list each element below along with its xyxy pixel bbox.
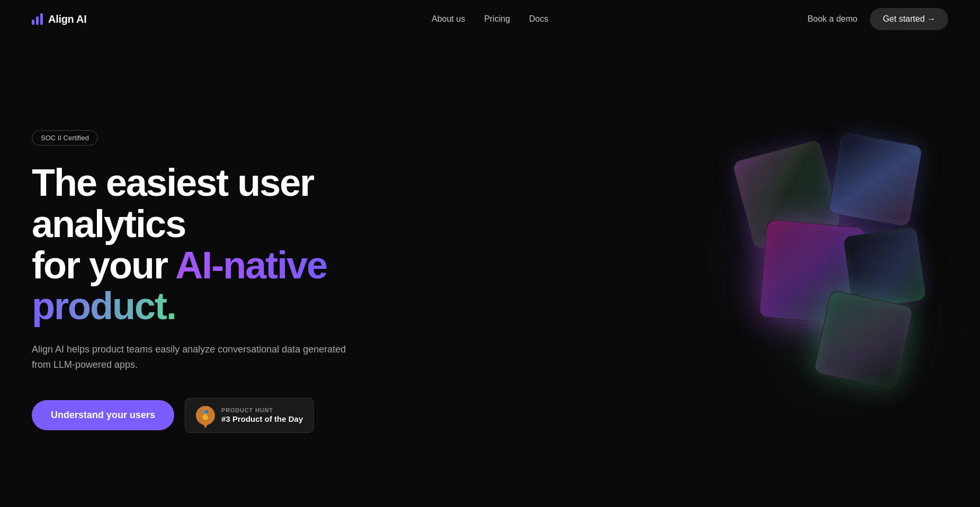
understand-users-button[interactable]: Understand your users: [32, 400, 174, 430]
nav-link-about[interactable]: About us: [431, 14, 465, 24]
nav-links: About us Pricing Docs: [431, 14, 549, 24]
product-hunt-label: PRODUCT HUNT: [221, 407, 303, 413]
product-hunt-medal-icon: 🏅: [196, 406, 215, 425]
hero-subtitle: Align AI helps product teams easily anal…: [32, 342, 349, 373]
hero-title-line2-plain: for your: [32, 244, 175, 286]
cube-5: [813, 289, 914, 390]
product-hunt-value: #3 Product of the Day: [221, 414, 303, 423]
nav-link-docs[interactable]: Docs: [529, 14, 548, 24]
hero-section: SOC II Certified The easiest user analyt…: [0, 38, 980, 483]
hero-visual: [694, 117, 948, 435]
soc-badge: SOC II Certified: [32, 130, 98, 146]
hero-actions: Understand your users 🏅 PRODUCT HUNT #3 …: [32, 398, 455, 433]
logo-icon: [32, 13, 43, 25]
book-demo-button[interactable]: Book a demo: [807, 14, 857, 24]
hero-title-line1: The easiest user analytics: [32, 161, 313, 245]
cubes-container: [710, 139, 932, 414]
logo-text: Align AI: [48, 13, 86, 25]
nav-link-pricing[interactable]: Pricing: [484, 14, 510, 24]
soc-badge-text: SOC II Certified: [41, 134, 89, 142]
hero-content: SOC II Certified The easiest user analyt…: [32, 120, 455, 433]
product-hunt-text: PRODUCT HUNT #3 Product of the Day: [221, 407, 303, 423]
get-started-button[interactable]: Get started →: [870, 8, 948, 30]
cube-2: [828, 132, 923, 228]
hero-title: The easiest user analytics for your AI-n…: [32, 162, 455, 327]
product-hunt-badge[interactable]: 🏅 PRODUCT HUNT #3 Product of the Day: [185, 398, 314, 433]
nav-right: Book a demo Get started →: [807, 8, 948, 30]
logo[interactable]: Align AI: [32, 13, 86, 25]
navbar: Align AI About us Pricing Docs Book a de…: [0, 0, 980, 38]
